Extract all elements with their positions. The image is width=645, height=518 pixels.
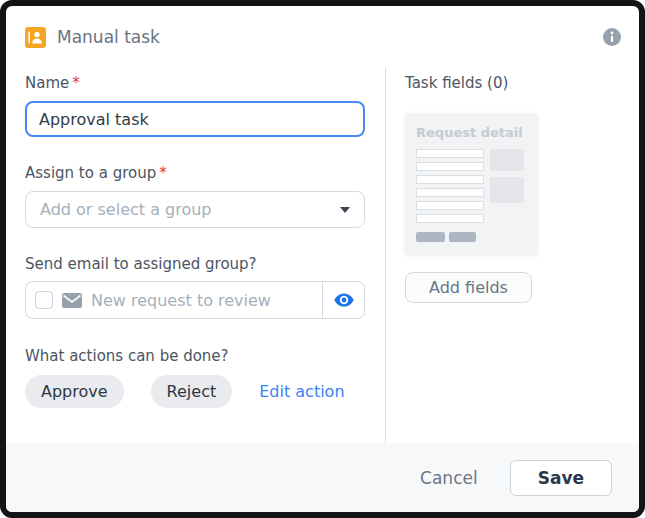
- task-fields-heading: Task fields (0): [405, 74, 639, 92]
- name-input[interactable]: [25, 101, 365, 137]
- action-reject-button[interactable]: Reject: [151, 375, 233, 408]
- skeleton-field-bar: [416, 214, 484, 223]
- dialog-title: Manual task: [57, 27, 160, 47]
- skeleton-field-bar: [416, 175, 484, 184]
- group-select[interactable]: Add or select a group: [25, 191, 365, 228]
- skeleton-field-list: [416, 149, 484, 223]
- actions-label: What actions can be done?: [25, 347, 365, 365]
- dialog-header: Manual task: [6, 6, 639, 68]
- action-approve-button[interactable]: Approve: [25, 375, 124, 408]
- person-badge-icon: [25, 27, 46, 48]
- envelope-icon: [62, 293, 82, 308]
- skeleton-button: [416, 232, 445, 242]
- skeleton-field-bar: [416, 188, 484, 197]
- group-label: Assign to a group*: [25, 164, 365, 182]
- dialog-footer: Cancel Save: [6, 443, 639, 512]
- name-label: Name*: [25, 74, 365, 92]
- skeleton-block-list: [490, 149, 524, 223]
- group-select-placeholder: Add or select a group: [40, 200, 212, 219]
- email-label: Send email to assigned group?: [25, 255, 365, 273]
- edit-action-link[interactable]: Edit action: [259, 382, 344, 401]
- save-button[interactable]: Save: [510, 460, 612, 496]
- eye-icon: [333, 289, 355, 311]
- preview-skeleton: [416, 149, 527, 223]
- skeleton-block: [490, 177, 524, 203]
- info-icon[interactable]: [603, 28, 621, 46]
- settings-column: Name* Assign to a group* Add or select a…: [6, 68, 365, 443]
- actions-row: Approve Reject Edit action: [25, 375, 365, 408]
- required-asterisk: *: [72, 74, 80, 92]
- skeleton-field-bar: [416, 149, 484, 158]
- preview-email-button[interactable]: [322, 282, 364, 318]
- add-fields-button[interactable]: Add fields: [405, 272, 532, 303]
- send-email-checkbox[interactable]: [35, 291, 53, 309]
- skeleton-field-bar: [416, 201, 484, 210]
- dialog-body: Name* Assign to a group* Add or select a…: [6, 68, 639, 443]
- chevron-down-icon: [340, 207, 350, 213]
- email-template-box: New request to review: [25, 281, 365, 319]
- cancel-button[interactable]: Cancel: [414, 467, 484, 489]
- manual-task-dialog: Manual task Name* Assign to a group* Add…: [0, 0, 645, 518]
- preview-card-title: Request detail: [416, 125, 527, 140]
- skeleton-block: [490, 149, 524, 171]
- skeleton-button: [449, 232, 476, 242]
- email-template-name: New request to review: [91, 291, 271, 310]
- skeleton-field-bar: [416, 162, 484, 171]
- task-fields-column: Task fields (0) Request detail: [386, 68, 639, 443]
- form-preview-card: Request detail: [405, 113, 538, 255]
- skeleton-button-row: [416, 232, 527, 242]
- required-asterisk: *: [159, 164, 167, 182]
